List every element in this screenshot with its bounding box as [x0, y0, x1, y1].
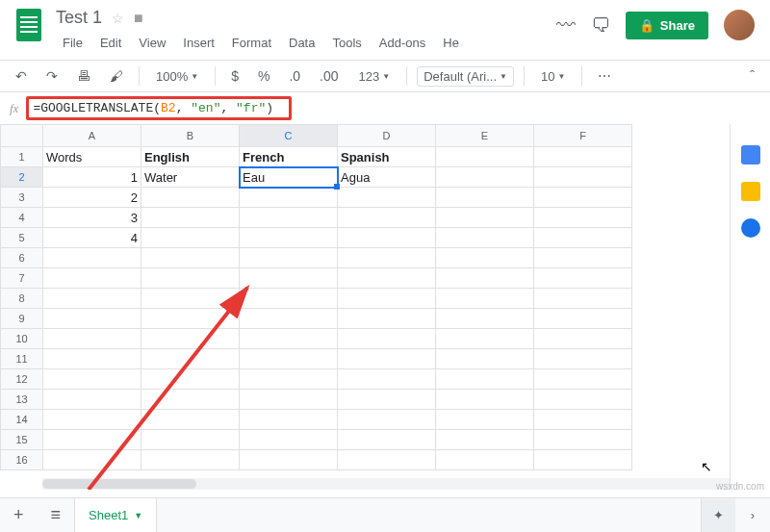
fontsize-dropdown[interactable]: 10▼ — [534, 66, 572, 87]
cell[interactable] — [338, 228, 436, 248]
cell[interactable] — [240, 248, 338, 268]
spreadsheet-grid[interactable]: A B C D E F 1WordsEnglishFrenchSpanish 2… — [0, 124, 730, 490]
row-header[interactable]: 6 — [1, 248, 43, 268]
cell[interactable] — [534, 410, 632, 430]
cell[interactable] — [141, 309, 240, 329]
cell[interactable] — [534, 248, 632, 268]
cell[interactable]: 2 — [43, 188, 141, 208]
horizontal-scrollbar[interactable] — [42, 478, 730, 490]
row-header[interactable]: 9 — [1, 309, 43, 329]
cell[interactable] — [141, 369, 240, 390]
all-sheets-button[interactable]: ≡ — [38, 505, 75, 525]
explore-button[interactable]: ✦ — [701, 498, 735, 533]
cell[interactable] — [43, 450, 141, 470]
more-icon[interactable]: ⋯ — [592, 64, 617, 88]
cell[interactable] — [534, 208, 632, 228]
format-dropdown[interactable]: 123▼ — [352, 66, 398, 87]
undo-icon[interactable]: ↶ — [10, 64, 33, 88]
currency-button[interactable]: $ — [225, 64, 244, 88]
cell[interactable] — [436, 208, 534, 228]
row-header[interactable]: 3 — [1, 188, 43, 208]
cell[interactable] — [534, 167, 632, 188]
cell[interactable]: Words — [43, 147, 141, 167]
cell[interactable] — [240, 410, 338, 430]
activity-icon[interactable]: 〰 — [556, 14, 576, 37]
cell[interactable] — [338, 410, 436, 430]
menu-data[interactable]: Data — [282, 32, 321, 54]
cell[interactable] — [436, 390, 534, 410]
cell[interactable]: French — [240, 147, 338, 167]
cell[interactable]: Water — [141, 167, 240, 188]
row-header[interactable]: 15 — [1, 430, 43, 450]
menu-file[interactable]: File — [56, 32, 90, 54]
cell[interactable] — [534, 390, 632, 410]
cell[interactable] — [240, 329, 338, 349]
col-header[interactable]: D — [338, 125, 436, 147]
star-icon[interactable]: ☆ — [112, 11, 124, 26]
col-header[interactable]: E — [436, 125, 534, 147]
menu-tools[interactable]: Tools — [325, 32, 368, 54]
menu-view[interactable]: View — [132, 32, 172, 54]
cell[interactable] — [141, 188, 240, 208]
redo-icon[interactable]: ↷ — [40, 64, 64, 88]
cell[interactable] — [141, 410, 240, 430]
cell[interactable] — [338, 208, 436, 228]
cell[interactable] — [436, 248, 534, 268]
select-all-corner[interactable] — [1, 125, 43, 147]
row-header[interactable]: 14 — [1, 410, 43, 430]
cell[interactable] — [534, 309, 632, 329]
cell[interactable] — [240, 188, 338, 208]
row-header[interactable]: 1 — [1, 147, 43, 167]
cell[interactable] — [534, 289, 632, 309]
cell[interactable] — [436, 268, 534, 289]
menu-addons[interactable]: Add-ons — [372, 32, 432, 54]
formula-bar[interactable]: =GOOGLETRANSLATE(B2, "en", "fr") — [26, 96, 292, 120]
cell[interactable]: Agua — [338, 167, 436, 188]
calendar-icon[interactable] — [741, 145, 760, 165]
cell[interactable] — [436, 309, 534, 329]
cell[interactable] — [534, 329, 632, 349]
cell[interactable] — [534, 188, 632, 208]
cell[interactable] — [43, 410, 141, 430]
cell[interactable] — [338, 268, 436, 289]
cell[interactable] — [141, 430, 240, 450]
menu-edit[interactable]: Edit — [93, 32, 128, 54]
percent-button[interactable]: % — [252, 64, 275, 88]
cell[interactable] — [43, 248, 141, 268]
cell[interactable]: Spanish — [338, 147, 436, 167]
cell[interactable] — [436, 147, 534, 167]
cell[interactable] — [43, 369, 141, 390]
cell[interactable] — [240, 349, 338, 369]
cell[interactable] — [338, 289, 436, 309]
row-header[interactable]: 11 — [1, 349, 43, 369]
cell[interactable] — [338, 369, 436, 390]
cell[interactable] — [43, 268, 141, 289]
paint-icon[interactable]: 🖌 — [104, 64, 129, 88]
cell[interactable] — [141, 390, 240, 410]
cell[interactable] — [240, 369, 338, 390]
doc-title[interactable]: Test 1 — [56, 8, 102, 28]
cell[interactable] — [240, 390, 338, 410]
cell[interactable] — [43, 309, 141, 329]
cell[interactable] — [141, 248, 240, 268]
side-panel-toggle[interactable]: › — [735, 508, 770, 522]
row-header[interactable]: 16 — [1, 450, 43, 470]
cell[interactable] — [338, 248, 436, 268]
cell[interactable] — [240, 430, 338, 450]
cell[interactable] — [141, 289, 240, 309]
cell-selected[interactable]: Eau — [240, 167, 338, 188]
cell[interactable] — [240, 208, 338, 228]
row-header[interactable]: 7 — [1, 268, 43, 289]
cell[interactable] — [338, 390, 436, 410]
cell[interactable] — [436, 450, 534, 470]
cell[interactable] — [141, 228, 240, 248]
folder-icon[interactable]: ■ — [134, 10, 143, 27]
cell[interactable] — [338, 430, 436, 450]
cell[interactable] — [43, 390, 141, 410]
print-icon[interactable]: 🖶 — [71, 64, 96, 88]
cell[interactable]: 4 — [43, 228, 141, 248]
cell[interactable] — [436, 410, 534, 430]
row-header[interactable]: 10 — [1, 329, 43, 349]
cell[interactable] — [338, 309, 436, 329]
cell[interactable] — [43, 430, 141, 450]
